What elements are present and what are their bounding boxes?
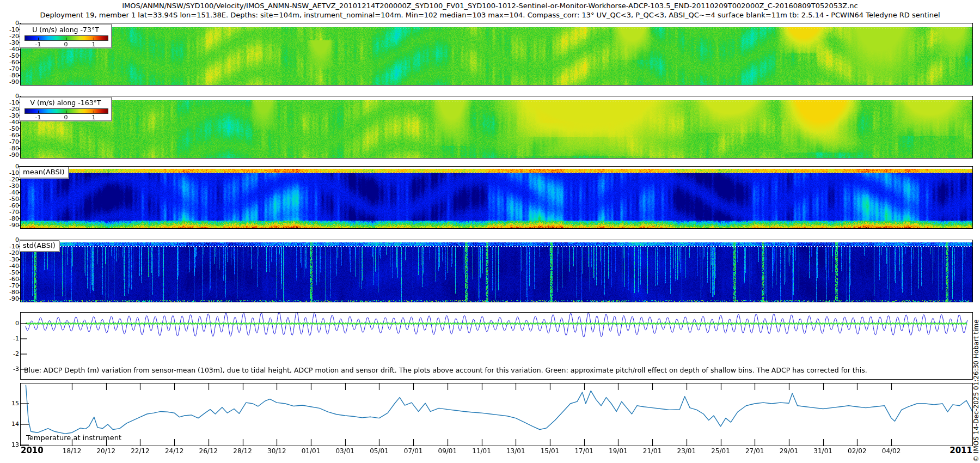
x-tick-label: 15/01 (541, 447, 560, 455)
v-velocity-panel (20, 96, 973, 159)
x-tick-label: 27/01 (745, 447, 764, 455)
std-absi-label: std(ABSI) (23, 241, 56, 249)
y-tickmark (18, 135, 20, 136)
y-tickmark (18, 69, 20, 69)
y-tick-label: 0 (15, 320, 19, 327)
mean-absi-panel (20, 166, 973, 229)
y-tick-label: 13 (11, 441, 19, 448)
v-colorbar-legend: V (m/s) along -163°T -1 0 1 (20, 97, 112, 121)
std-absi-heatmap (21, 240, 972, 302)
x-tick-label: 28/12 (233, 447, 252, 455)
x-tick-label: 29/01 (780, 447, 799, 455)
u-legend-title: U (m/s) along -73°T (20, 26, 111, 34)
x-tick-label: 20/12 (96, 447, 115, 455)
y-tickmark (18, 212, 20, 212)
x-tick-label: 19/01 (609, 447, 628, 455)
y-tickmark (18, 122, 20, 123)
y-tick-label: -3 (13, 365, 19, 373)
std-absi-panel (20, 240, 973, 302)
x-tick-label: 02/02 (848, 447, 867, 455)
colorbar-tickmark (94, 38, 94, 40)
x-tick-label: 13/01 (506, 447, 525, 455)
colorbar-tick-label: 0 (64, 41, 68, 48)
title-line1: IMOS/ANMN/NSW/SYD100/Velocity/IMOS_ANMN-… (0, 2, 980, 10)
y-tickmark (18, 155, 20, 155)
y-tickmark (18, 266, 20, 266)
x-tick-label: 09/01 (438, 447, 457, 455)
colorbar-tickmark (38, 111, 39, 113)
u-colorbar-legend: U (m/s) along -73°T -1 0 1 (20, 24, 112, 48)
colorbar-tickmark (94, 111, 94, 113)
y-tickmark (18, 285, 20, 286)
temperature-plot (21, 383, 972, 446)
y-tick-label: -1 (13, 335, 19, 342)
x-tick-label: 11/01 (472, 447, 491, 455)
x-tick-label: 24/12 (165, 447, 184, 455)
x-tick-label: 23/01 (677, 447, 696, 455)
x-tick-label: 21/01 (643, 447, 662, 455)
y-tickmark (18, 148, 20, 149)
v-velocity-heatmap (21, 96, 972, 158)
colorbar-tickmark (38, 38, 39, 40)
y-tickmark (18, 218, 20, 219)
mean-absi-label-box: mean(ABSI) (20, 167, 69, 178)
y-tickmark (18, 96, 20, 96)
y-tickmark (18, 192, 20, 193)
adcp-figure: IMOS/ANMN/NSW/SYD100/Velocity/IMOS_ANMN-… (0, 0, 980, 463)
y-tickmark (18, 279, 20, 279)
y-tickmark (18, 186, 20, 186)
y-tickmark (18, 23, 20, 23)
y-tickmark (18, 199, 20, 199)
year-left-label: 2010 (21, 446, 44, 455)
y-tickmark (18, 129, 20, 129)
colorbar-tick-label: 0 (64, 114, 68, 121)
y-tickmark (18, 179, 20, 180)
colorbar-tick-label: -1 (35, 41, 41, 48)
y-tickmark (18, 62, 20, 63)
y-tick-label: 14 (11, 421, 19, 428)
mean-absi-heatmap (21, 167, 972, 228)
x-tick-label: 04/02 (882, 447, 901, 455)
colorbar-tick-label: 1 (92, 114, 96, 121)
y-tick-label: -2 (13, 350, 19, 357)
x-tick-label: 22/12 (131, 447, 150, 455)
mean-absi-label: mean(ABSI) (23, 168, 65, 176)
y-tickmark (18, 205, 20, 206)
y-tickmark (18, 292, 20, 293)
y-tickmark (18, 298, 20, 299)
y-tickmark (18, 259, 20, 260)
colorbar-tick-label: 1 (92, 41, 96, 48)
y-tickmark (18, 253, 20, 253)
colorbar-tickmark (66, 38, 66, 40)
x-tick-label: 25/01 (711, 447, 730, 455)
x-tick-label: 18/12 (63, 447, 82, 455)
x-tick-label: 05/01 (370, 447, 389, 455)
y-tickmark (18, 225, 20, 226)
y-tickmark (18, 142, 20, 142)
x-tick-label: 30/12 (267, 447, 286, 455)
x-tick-label: 26/12 (199, 447, 218, 455)
y-tick-label: 15 (11, 400, 19, 407)
imos-watermark: © IMOS 14-Dec-2025 01:26:30 Hobart time (972, 259, 980, 462)
u-colorbar-gradient (24, 35, 108, 41)
y-tickmark (18, 56, 20, 56)
x-tick-label: 01/01 (302, 447, 321, 455)
y-tickmark (18, 82, 20, 82)
colorbar-tick-label: -1 (35, 114, 41, 121)
v-colorbar-gradient (24, 108, 108, 114)
v-legend-title: V (m/s) along -163°T (20, 99, 111, 107)
u-velocity-panel (20, 23, 973, 86)
colorbar-tickmark (66, 111, 66, 113)
x-tick-label: 07/01 (404, 447, 423, 455)
depth-variation-annotation: Blue: ADCP Depth (m) variation from sens… (24, 366, 867, 374)
y-tickmark (18, 75, 20, 76)
temperature-panel (20, 383, 973, 446)
year-right-label: 2011 (950, 446, 972, 455)
temperature-label: Temperature at instrument (26, 434, 121, 442)
x-tick-label: 31/01 (813, 447, 832, 455)
std-absi-label-box: std(ABSI) (20, 240, 59, 252)
title-line2: Deployment 19, member 1 lat=33.94S lon=1… (0, 11, 980, 19)
x-tick-label: 03/01 (335, 447, 354, 455)
u-velocity-heatmap (21, 23, 972, 85)
y-tickmark (18, 272, 20, 273)
